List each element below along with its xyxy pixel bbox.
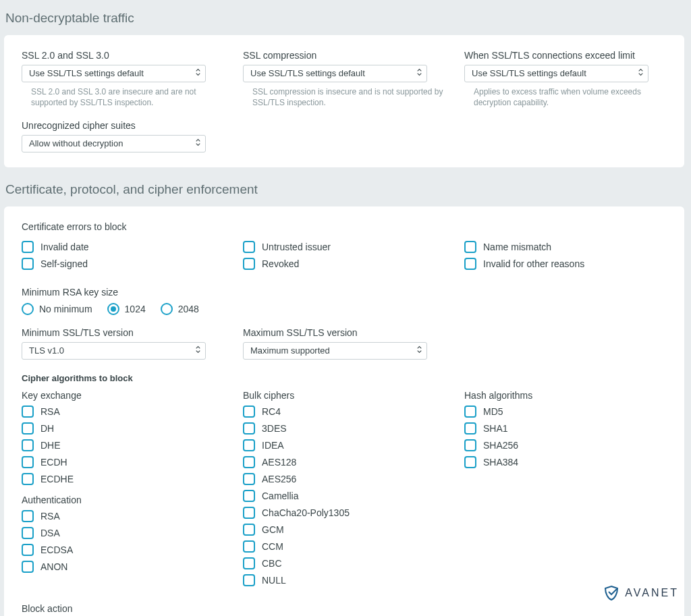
checkbox-ke-ecdhe[interactable]	[22, 473, 34, 485]
checkbox-bulk-idea[interactable]	[243, 439, 255, 451]
checkbox-bulk-3des[interactable]	[243, 422, 255, 435]
checkbox-auth-ecdsa[interactable]	[22, 544, 34, 556]
label-hash-sha1: SHA1	[483, 423, 508, 434]
checkbox-bulk-aes128[interactable]	[243, 456, 255, 468]
label-bulk-cbc: CBC	[262, 558, 282, 569]
label-bulk-aes256: AES256	[262, 474, 296, 484]
ssl23-select[interactable]: Use SSL/TLS settings default	[22, 65, 206, 82]
section-title-enforcement: Certificate, protocol, and cipher enforc…	[5, 182, 683, 197]
cipher-suites-select-value[interactable]: Allow without decryption	[22, 135, 206, 152]
radio-rsa-no-minimum[interactable]: No minimum	[22, 303, 92, 315]
checkbox-hash-sha384[interactable]	[464, 456, 476, 468]
max-tls-label: Maximum SSL/TLS version	[243, 327, 445, 338]
checkbox-ke-dh[interactable]	[22, 422, 34, 435]
label-auth-dsa: DSA	[40, 528, 60, 538]
label-hash-md5: MD5	[483, 406, 503, 417]
radio-dot-icon	[111, 306, 116, 312]
max-tls-select-value[interactable]: Maximum supported	[243, 342, 427, 360]
checkbox-auth-dsa[interactable]	[22, 527, 34, 539]
updown-icon	[196, 138, 200, 146]
exceed-select[interactable]: Use SSL/TLS settings default	[464, 65, 648, 82]
checkbox-ke-ecdh[interactable]	[22, 456, 34, 468]
label-revoked: Revoked	[262, 258, 299, 269]
checkbox-ke-dhe[interactable]	[22, 439, 34, 451]
checkbox-self-signed[interactable]	[22, 258, 34, 270]
updown-icon	[417, 68, 422, 76]
checkbox-auth-rsa[interactable]	[22, 510, 34, 522]
label-bulk-3des: 3DES	[262, 423, 287, 434]
card-nondecryptable: SSL 2.0 and SSL 3.0 Use SSL/TLS settings…	[4, 35, 684, 167]
label-auth-ecdsa: ECDSA	[40, 544, 73, 555]
checkbox-bulk-aes256[interactable]	[243, 473, 255, 485]
cipher-suites-select[interactable]: Allow without decryption	[22, 135, 206, 152]
updown-icon	[196, 345, 200, 354]
label-bulk-null: NULL	[262, 575, 286, 586]
bulk-title: Bulk ciphers	[243, 390, 445, 401]
checkbox-bulk-chacha[interactable]	[243, 507, 255, 519]
checkbox-bulk-gcm[interactable]	[243, 524, 255, 536]
checkbox-untrusted-issuer[interactable]	[243, 241, 255, 253]
checkbox-revoked[interactable]	[243, 258, 255, 270]
radio-label-2048: 2048	[178, 304, 199, 314]
rsa-key-label: Minimum RSA key size	[22, 287, 667, 298]
radio-label-no-minimum: No minimum	[39, 304, 92, 314]
radio-icon	[161, 303, 173, 315]
min-tls-select-value[interactable]: TLS v1.0	[22, 342, 206, 360]
checkbox-ke-rsa[interactable]	[22, 405, 34, 418]
compression-select[interactable]: Use SSL/TLS settings default	[243, 65, 427, 82]
label-hash-sha384: SHA384	[483, 457, 518, 468]
ssl23-hint: SSL 2.0 and SSL 3.0 are insecure and are…	[22, 86, 224, 108]
label-auth-anon: ANON	[40, 561, 67, 572]
checkbox-invalid-date[interactable]	[22, 241, 34, 253]
block-action-label: Block action	[22, 603, 667, 614]
compression-select-value[interactable]: Use SSL/TLS settings default	[243, 65, 427, 82]
cipher-block-title: Cipher algorithms to block	[22, 373, 667, 383]
radio-rsa-1024[interactable]: 1024	[107, 303, 146, 315]
label-bulk-idea: IDEA	[262, 440, 284, 451]
card-enforcement: Certificate errors to block Invalid date…	[4, 206, 684, 616]
label-ke-ecdh: ECDH	[40, 457, 67, 468]
min-tls-select[interactable]: TLS v1.0	[22, 342, 206, 360]
label-self-signed: Self-signed	[40, 258, 88, 269]
updown-icon	[196, 68, 200, 76]
radio-rsa-2048[interactable]: 2048	[161, 303, 199, 315]
checkbox-bulk-ccm[interactable]	[243, 540, 255, 553]
radio-label-1024: 1024	[125, 304, 146, 314]
label-untrusted-issuer: Untrusted issuer	[262, 242, 331, 252]
checkbox-hash-md5[interactable]	[464, 405, 476, 418]
checkbox-auth-anon[interactable]	[22, 561, 34, 573]
cert-errors-label: Certificate errors to block	[22, 221, 667, 232]
exceed-label: When SSL/TLS connections exceed limit	[464, 50, 667, 61]
ssl23-label: SSL 2.0 and SSL 3.0	[22, 50, 224, 61]
exceed-select-value[interactable]: Use SSL/TLS settings default	[464, 65, 648, 82]
hash-title: Hash algorithms	[464, 390, 667, 401]
shield-icon	[603, 585, 619, 601]
checkbox-bulk-camellia[interactable]	[243, 490, 255, 502]
compression-label: SSL compression	[243, 50, 445, 61]
label-auth-rsa: RSA	[40, 511, 60, 522]
label-ke-dhe: DHE	[40, 440, 61, 451]
updown-icon	[638, 68, 643, 76]
checkbox-hash-sha1[interactable]	[464, 422, 476, 435]
label-bulk-aes128: AES128	[262, 457, 296, 468]
ssl23-select-value[interactable]: Use SSL/TLS settings default	[22, 65, 206, 82]
label-bulk-rc4: RC4	[262, 406, 281, 417]
radio-icon	[107, 303, 119, 315]
max-tls-select[interactable]: Maximum supported	[243, 342, 427, 360]
checkbox-bulk-rc4[interactable]	[243, 405, 255, 418]
checkbox-name-mismatch[interactable]	[464, 241, 476, 253]
section-title-nondecryptable: Non-decryptable traffic	[5, 11, 683, 26]
auth-title: Authentication	[22, 495, 224, 505]
label-bulk-chacha: ChaCha20-Poly1305	[262, 507, 350, 518]
checkbox-bulk-null[interactable]	[243, 574, 255, 586]
key-exchange-title: Key exchange	[22, 390, 224, 401]
brand-logo: AVANET	[603, 585, 679, 601]
checkbox-bulk-cbc[interactable]	[243, 557, 255, 569]
updown-icon	[417, 345, 422, 354]
label-ke-ecdhe: ECDHE	[40, 474, 74, 484]
checkbox-invalid-other[interactable]	[464, 258, 476, 270]
checkbox-hash-sha256[interactable]	[464, 439, 476, 451]
label-invalid-other: Invalid for other reasons	[483, 258, 584, 269]
brand-text: AVANET	[625, 587, 679, 599]
label-bulk-gcm: GCM	[262, 524, 284, 535]
